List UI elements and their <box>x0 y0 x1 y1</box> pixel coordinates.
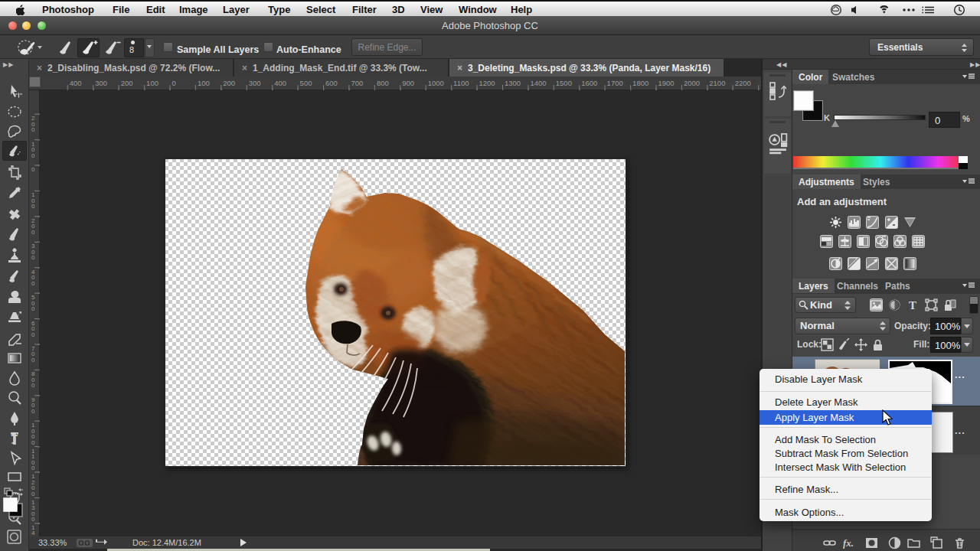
svg-text:0: 0 <box>31 229 35 236</box>
svg-text:700: 700 <box>351 79 363 87</box>
svg-text:0: 0 <box>31 152 35 159</box>
svg-text:1900: 1900 <box>658 79 675 87</box>
svg-text:100: 100 <box>146 79 158 87</box>
svg-text:1400: 1400 <box>530 79 546 87</box>
svg-text:2200: 2200 <box>735 79 751 87</box>
svg-text:800: 800 <box>377 79 389 87</box>
svg-text:fx.: fx. <box>843 537 854 549</box>
svg-text:0: 0 <box>31 382 35 389</box>
svg-text:0: 0 <box>172 79 176 87</box>
svg-text:400: 400 <box>274 79 286 87</box>
svg-text:200: 200 <box>121 79 133 87</box>
svg-text:T: T <box>909 299 916 311</box>
svg-text:0: 0 <box>31 408 35 415</box>
svg-text:0: 0 <box>31 254 35 261</box>
svg-text:0: 0 <box>31 305 35 312</box>
svg-text:2000: 2000 <box>684 79 700 87</box>
svg-text:0: 0 <box>31 203 35 210</box>
svg-text:0: 0 <box>31 126 35 133</box>
svg-text:1100: 1100 <box>453 79 469 87</box>
svg-text:100: 100 <box>198 79 210 87</box>
svg-text:400: 400 <box>70 79 82 87</box>
svg-text:1800: 1800 <box>632 79 648 87</box>
svg-text:1300: 1300 <box>505 79 521 87</box>
svg-text:1200: 1200 <box>479 79 495 87</box>
svg-text:T: T <box>11 432 18 445</box>
svg-text:1500: 1500 <box>556 79 572 87</box>
svg-text:900: 900 <box>402 79 414 87</box>
svg-text:1700: 1700 <box>607 79 623 87</box>
svg-text:0: 0 <box>31 280 35 287</box>
svg-text:0: 0 <box>31 166 35 173</box>
svg-text:1600: 1600 <box>581 79 597 87</box>
svg-text:0: 0 <box>31 439 35 446</box>
svg-text:2100: 2100 <box>709 79 725 87</box>
svg-text:0: 0 <box>31 491 35 497</box>
svg-text:0: 0 <box>31 357 35 364</box>
svg-text:600: 600 <box>325 79 338 87</box>
svg-text:300: 300 <box>249 79 261 87</box>
svg-text:200: 200 <box>223 79 235 87</box>
svg-text:0: 0 <box>31 516 35 523</box>
svg-text:500: 500 <box>300 79 312 87</box>
svg-text:0: 0 <box>31 465 35 471</box>
svg-text:0: 0 <box>31 331 35 338</box>
svg-text:1000: 1000 <box>428 79 444 87</box>
svg-text:300: 300 <box>95 79 107 87</box>
